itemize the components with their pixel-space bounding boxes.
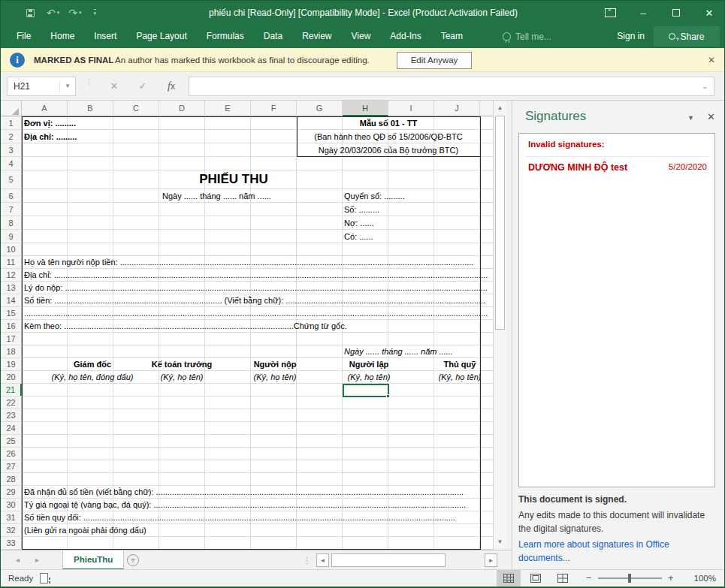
row-cells-28[interactable] [22, 473, 493, 485]
row-cells-22[interactable] [22, 397, 493, 409]
minimize-button[interactable]: – [627, 1, 660, 25]
zoom-out-icon[interactable]: − [586, 570, 592, 586]
hscroll-left-icon[interactable]: ◄ [316, 553, 329, 567]
sheet-tab-phieuthu[interactable]: PhieuThu [62, 550, 124, 570]
col-header-H[interactable]: H [343, 101, 388, 116]
close-button[interactable]: ✕ [693, 1, 725, 25]
col-header-J[interactable]: J [434, 101, 480, 116]
row-header-3[interactable]: 3 [1, 143, 22, 156]
row-header-18[interactable]: 18 [1, 345, 22, 357]
scroll-down-icon[interactable]: ▼ [494, 536, 506, 548]
horizontal-scroll-thumb[interactable] [331, 553, 446, 567]
row-header-19[interactable]: 19 [1, 358, 22, 370]
ribbon-tab-data[interactable]: Data [254, 25, 292, 48]
enter-icon[interactable]: ✓ [133, 77, 153, 96]
row-cells-16[interactable]: Kèm theo: ..............................… [22, 320, 493, 332]
row-header-13[interactable]: 13 [1, 282, 22, 294]
row-header-14[interactable]: 14 [1, 294, 22, 306]
formula-input[interactable]: ⌄ [189, 77, 714, 96]
row-cells-10[interactable] [22, 243, 493, 255]
row-header-12[interactable]: 12 [1, 269, 22, 281]
row-header-15[interactable]: 15 [1, 307, 22, 319]
ribbon-tab-team[interactable]: Team [431, 25, 473, 48]
row-cells-6[interactable]: Ngày ...... tháng ...... năm ......Quyển… [22, 189, 493, 202]
row-header-26[interactable]: 26 [1, 448, 22, 460]
row-cells-29[interactable]: Đã nhận đủ số tiền (viết bằng chữ): ....… [22, 486, 493, 498]
pane-dropdown-icon[interactable]: ▼ [687, 114, 694, 122]
vertical-scrollbar[interactable]: ▲ ▼ [493, 101, 506, 550]
row-header-7[interactable]: 7 [1, 203, 22, 216]
row-header-23[interactable]: 23 [1, 409, 22, 421]
select-all-button[interactable] [1, 101, 22, 116]
col-header-B[interactable]: B [68, 101, 113, 116]
row-header-30[interactable]: 30 [1, 499, 22, 511]
row-cells-5[interactable]: PHIẾU THU [22, 170, 493, 188]
row-cells-11[interactable]: Họ và tên người nộp tiền: ..............… [22, 256, 493, 268]
row-header-10[interactable]: 10 [1, 243, 22, 255]
vertical-scroll-thumb[interactable] [495, 116, 505, 330]
scroll-up-icon[interactable]: ▲ [494, 102, 506, 114]
row-header-9[interactable]: 9 [1, 230, 22, 243]
row-cells-15[interactable]: ........................................… [22, 307, 493, 319]
zoom-slider-thumb[interactable] [628, 574, 631, 583]
add-sheet-icon[interactable]: + [127, 554, 139, 566]
row-header-16[interactable]: 16 [1, 320, 22, 332]
row-cells-3[interactable]: Ngày 20/03/2006 của Bộ trưởng BTC) [22, 143, 493, 156]
row-cells-8[interactable]: Nợ: ...... [22, 216, 493, 229]
ribbon-tab-page-layout[interactable]: Page Layout [126, 25, 196, 48]
row-cells-4[interactable] [22, 157, 493, 170]
col-header-D[interactable]: D [159, 101, 205, 116]
maximize-button[interactable] [660, 1, 693, 25]
col-header-I[interactable]: I [388, 101, 434, 116]
col-header-G[interactable]: G [297, 101, 343, 116]
row-header-25[interactable]: 25 [1, 435, 22, 447]
row-cells-25[interactable] [22, 435, 493, 447]
row-header-33[interactable]: 33 [1, 537, 22, 549]
row-cells-18[interactable]: Ngày ...... tháng ...... năm ...... [22, 345, 493, 357]
row-cells-24[interactable] [22, 422, 493, 434]
row-cells-12[interactable]: Địa chỉ: ...............................… [22, 269, 493, 281]
row-cells-23[interactable] [22, 409, 493, 421]
ribbon-tab-home[interactable]: Home [41, 25, 84, 48]
pane-close-icon[interactable]: ✕ [707, 111, 715, 122]
row-header-6[interactable]: 6 [1, 189, 22, 202]
ribbon-tab-insert[interactable]: Insert [84, 25, 126, 48]
page-break-view-button[interactable] [551, 570, 575, 586]
ribbon-tab-formulas[interactable]: Formulas [197, 25, 254, 48]
row-header-22[interactable]: 22 [1, 397, 22, 409]
tell-me-box[interactable]: Tell me... [503, 25, 551, 48]
ribbon-display-options-icon[interactable] [594, 1, 627, 25]
col-header-C[interactable]: C [113, 101, 159, 116]
row-header-28[interactable]: 28 [1, 473, 22, 485]
row-cells-2[interactable]: Địa chỉ: .........(Ban hành theo QĐ số 1… [22, 130, 493, 143]
ribbon-tab-review[interactable]: Review [292, 25, 341, 48]
sign-in-link[interactable]: Sign in [617, 25, 645, 48]
row-header-32[interactable]: 32 [1, 524, 22, 536]
insert-function-icon[interactable]: fx [162, 77, 181, 96]
col-header-E[interactable]: E [205, 101, 251, 116]
ribbon-tab-view[interactable]: View [342, 25, 381, 48]
row-cells-7[interactable]: Số: ......... [22, 203, 493, 216]
hscroll-right-icon[interactable]: ► [485, 553, 497, 567]
page-layout-view-button[interactable] [524, 570, 548, 586]
row-header-1[interactable]: 1 [1, 116, 22, 129]
row-header-29[interactable]: 29 [1, 486, 22, 498]
row-cells-27[interactable] [22, 460, 493, 472]
row-header-5[interactable]: 5 [1, 170, 22, 188]
sheet-next-icon[interactable]: ► [34, 550, 41, 570]
row-cells-14[interactable]: Số tiền: ...............................… [22, 294, 493, 306]
row-header-27[interactable]: 27 [1, 460, 22, 472]
sheet-prev-icon[interactable]: ◄ [14, 550, 21, 570]
normal-view-button[interactable] [497, 570, 521, 586]
zoom-level[interactable]: 100% [694, 570, 716, 586]
row-cells-9[interactable]: Có: ...... [22, 230, 493, 243]
signature-item[interactable]: DƯƠNG MINH ĐỘ test5/20/2020 [528, 162, 707, 173]
row-header-20[interactable]: 20 [1, 371, 22, 383]
row-header-2[interactable]: 2 [1, 130, 22, 143]
col-header-F[interactable]: F [251, 101, 297, 116]
row-cells-33[interactable] [22, 537, 493, 549]
share-button[interactable]: Share [654, 26, 720, 47]
row-cells-26[interactable] [22, 448, 493, 460]
row-cells-20[interactable]: (Ký, họ tên, đóng dấu)(Ký, họ tên)(Ký, h… [22, 371, 493, 383]
signed-document-icon[interactable] [40, 573, 48, 583]
